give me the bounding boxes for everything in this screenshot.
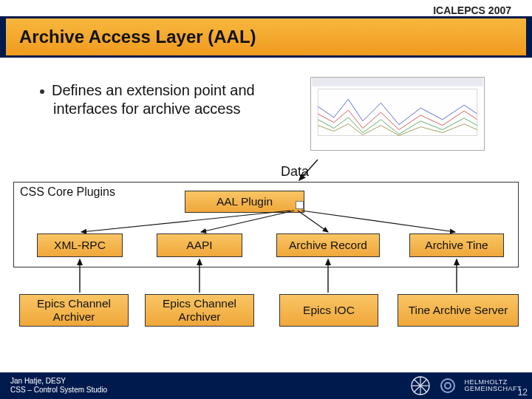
tine-archive-server-box: Tine Archive Server [398, 294, 519, 327]
chart-thumbnail [310, 77, 485, 151]
helmholtz-bottom: GEMEINSCHAFT [464, 386, 522, 392]
footer-subtitle: CSS – Control System Studio [10, 386, 107, 395]
title-inner: Archive Access Layer (AAL) [6, 18, 526, 55]
xml-rpc-label: XML-RPC [54, 239, 106, 252]
archive-record-label: Archive Record [289, 239, 367, 252]
chart-thumbnail-svg [311, 78, 484, 150]
epics-ioc-box: Epics IOC [279, 294, 378, 327]
archive-tine-box: Archive Tine [409, 233, 504, 257]
data-label: Data [281, 164, 309, 180]
footer-left: Jan Hatje, DESY CSS – Control System Stu… [10, 377, 107, 395]
extension-point-icon [296, 201, 304, 209]
svg-point-16 [441, 379, 454, 392]
aal-plugin-box: AAL Plugin [185, 191, 304, 213]
xml-rpc-box: XML-RPC [37, 233, 123, 257]
desy-logo-icon [409, 375, 432, 397]
aal-plugin-label: AAL Plugin [216, 195, 273, 208]
helmholtz-logo-icon [439, 377, 457, 395]
footer-author: Jan Hatje, DESY [10, 377, 107, 386]
bullet-item: Defines an extension point and interface… [53, 81, 282, 118]
aapi-box: AAPI [157, 233, 242, 257]
page-number: 12 [518, 387, 528, 398]
aapi-label: AAPI [186, 239, 212, 252]
svg-rect-0 [312, 78, 482, 86]
archive-tine-label: Archive Tine [425, 239, 488, 252]
slide: ICALEPCS 2007 Archive Access Layer (AAL)… [0, 0, 532, 399]
helmholtz-text: HELMHOLTZ GEMEINSCHAFT [464, 379, 522, 393]
svg-point-17 [445, 383, 451, 389]
footer-right: HELMHOLTZ GEMEINSCHAFT [409, 375, 522, 397]
title-bar: Archive Access Layer (AAL) [0, 16, 532, 58]
footer-bar: Jan Hatje, DESY CSS – Control System Stu… [0, 372, 532, 399]
archive-record-box: Archive Record [276, 233, 380, 257]
eioc-label: Epics IOC [303, 304, 355, 317]
slide-title: Archive Access Layer (AAL) [19, 27, 256, 47]
bullet-dot-icon [40, 89, 44, 94]
eca2-label: Epics Channel Archiver [149, 297, 250, 324]
epics-channel-archiver-2-box: Epics Channel Archiver [145, 294, 254, 327]
core-plugins-label: CSS Core Plugins [20, 185, 115, 199]
bullet-text: Defines an extension point and interface… [52, 82, 255, 117]
epics-channel-archiver-1-box: Epics Channel Archiver [19, 294, 129, 327]
tine-label: Tine Archive Server [409, 304, 508, 317]
eca1-label: Epics Channel Archiver [23, 297, 125, 324]
